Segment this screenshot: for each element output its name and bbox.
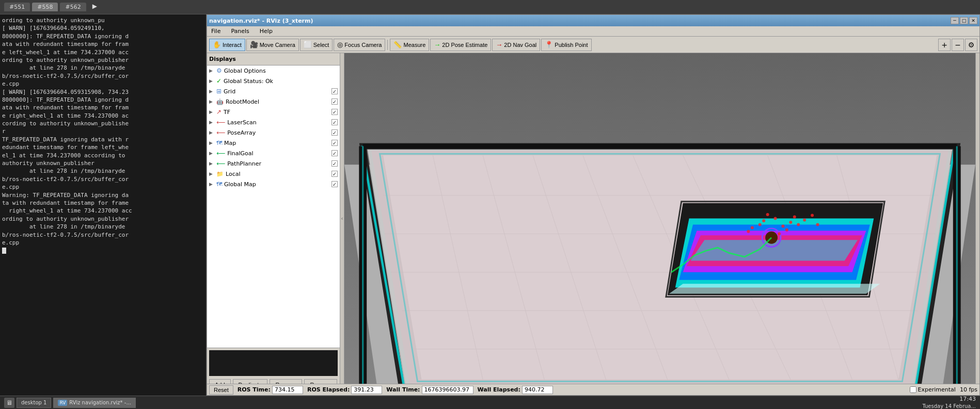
menu-file[interactable]: File <box>209 27 223 35</box>
taskbar-window-rviz[interactable]: RV RViz navigation.rviz* -... <box>53 398 136 408</box>
expand-icon[interactable]: ▶ <box>209 151 214 156</box>
panel-collapse-handle[interactable]: ‹ <box>340 53 344 384</box>
system-taskbar: 🖥 desktop 1 RV RViz navigation.rviz* -..… <box>0 396 980 409</box>
expand-icon[interactable]: ▶ <box>209 182 214 187</box>
select-button[interactable]: ⬜ Select <box>300 39 333 51</box>
display-item-global-status[interactable]: ▶ ✓ Global Status: Ok <box>207 76 340 86</box>
scene-svg <box>344 53 975 384</box>
display-name-pathplanner: PathPlanner <box>227 160 329 167</box>
add-display-button[interactable]: Add <box>209 379 231 384</box>
robotmodel-checkbox[interactable]: ✓ <box>331 99 338 105</box>
displays-list[interactable]: ▶ ⚙ Global Options ▶ ✓ Global Status: Ok… <box>207 66 340 348</box>
wall-elapsed-value: 940.72 <box>522 386 553 394</box>
tf-icon: ↗ <box>216 108 222 116</box>
local-icon: 📁 <box>216 171 224 177</box>
interact-button[interactable]: ✋ Interact <box>209 39 245 51</box>
wall-time-label: Wall Time: <box>386 386 420 393</box>
move-camera-icon: 🎥 <box>250 41 258 48</box>
terminal-tab-562[interactable]: #562 <box>60 3 86 11</box>
terminal-tab-551[interactable]: #551 <box>4 3 30 11</box>
expand-icon[interactable]: ▶ <box>209 99 214 104</box>
zoom-out-button[interactable]: − <box>952 39 964 51</box>
measure-button[interactable]: 📏 Measure <box>390 39 429 51</box>
expand-icon[interactable]: ▶ <box>209 89 214 94</box>
pose-estimate-button[interactable]: → 2D Pose Estimate <box>430 39 491 51</box>
grid-icon: ⊞ <box>216 88 222 95</box>
expand-icon[interactable]: ▶ <box>209 120 214 125</box>
tf-checkbox[interactable]: ✓ <box>331 109 338 115</box>
remove-display-button[interactable]: Remove <box>270 379 302 384</box>
taskbar-window-desktop[interactable]: desktop 1 <box>17 398 51 408</box>
menu-panels[interactable]: Panels <box>229 27 251 35</box>
svg-point-33 <box>781 224 784 227</box>
display-name-laserscan: LaserScan <box>227 119 329 126</box>
finalgoal-checkbox[interactable]: ✓ <box>331 150 338 156</box>
interact-label: Interact <box>223 42 242 48</box>
displays-header: Displays <box>207 53 340 66</box>
pose-estimate-label: 2D Pose Estimate <box>442 42 487 48</box>
display-item-global-options[interactable]: ▶ ⚙ Global Options <box>207 66 340 76</box>
measure-label: Measure <box>403 42 425 48</box>
expand-icon[interactable]: ▶ <box>209 161 214 166</box>
svg-point-39 <box>778 232 781 235</box>
grid-checkbox[interactable]: ✓ <box>331 88 338 94</box>
rename-display-button[interactable]: Rename <box>304 379 337 384</box>
focus-camera-button[interactable]: ◎ Focus Camera <box>334 39 385 51</box>
experimental-checkbox[interactable] <box>910 386 916 393</box>
ros-time-value: 734.15 <box>272 386 303 394</box>
nav-goal-button[interactable]: → 2D Nav Goal <box>492 39 540 51</box>
publish-point-button[interactable]: 📍 Publish Point <box>541 39 591 51</box>
wall-time-field: Wall Time: 1676396603.97 <box>386 386 473 394</box>
rviz-3d-viewport[interactable] <box>344 53 975 384</box>
display-item-tf[interactable]: ▶ ↗ TF ✓ <box>207 107 340 117</box>
posearray-checkbox[interactable]: ✓ <box>331 129 338 136</box>
maximize-button[interactable]: □ <box>960 17 968 24</box>
display-item-grid[interactable]: ▶ ⊞ Grid ✓ <box>207 86 340 96</box>
display-item-finalgoal[interactable]: ▶ ⟵ FinalGoal ✓ <box>207 148 340 158</box>
expand-icon[interactable]: ▶ <box>209 78 214 84</box>
display-item-map[interactable]: ▶ 🗺 Map ✓ <box>207 138 340 148</box>
display-item-local[interactable]: ▶ 📁 Local ✓ <box>207 169 340 179</box>
close-button[interactable]: ✕ <box>969 17 977 24</box>
expand-icon[interactable]: ▶ <box>209 171 214 176</box>
display-item-robotmodel[interactable]: ▶ 🤖 RobotModel ✓ <box>207 96 340 107</box>
display-item-posearray[interactable]: ▶ ⟵ PoseArray ✓ <box>207 127 340 138</box>
local-checkbox[interactable]: ✓ <box>331 171 338 177</box>
terminal-tab-558[interactable]: #558 <box>32 3 58 11</box>
displays-buttons: Add Duplicate Remove Rename <box>207 378 340 384</box>
global-status-icon: ✓ <box>216 77 222 85</box>
minimize-button[interactable]: ─ <box>951 17 959 24</box>
reset-button[interactable]: Reset <box>209 385 233 395</box>
svg-point-41 <box>803 219 806 222</box>
rviz-window-title: navigation.rviz* - RViz (3_xterm) <box>209 18 313 24</box>
more-tabs-button[interactable]: ▶ <box>88 3 101 11</box>
robotmodel-icon: 🤖 <box>216 99 224 105</box>
expand-icon[interactable]: ▶ <box>209 109 214 114</box>
pose-estimate-icon: → <box>434 41 440 48</box>
laserscan-checkbox[interactable]: ✓ <box>331 119 338 125</box>
menu-help[interactable]: Help <box>258 27 275 35</box>
zoom-in-button[interactable]: + <box>938 39 951 51</box>
duplicate-display-button[interactable]: Duplicate <box>233 379 268 384</box>
measure-icon: 📏 <box>393 41 402 48</box>
move-camera-button[interactable]: 🎥 Move Camera <box>246 39 299 51</box>
taskbar-rviz-label: RViz navigation.rviz* -... <box>69 400 131 405</box>
settings-button[interactable]: ⚙ <box>965 39 977 51</box>
experimental-checkbox-area[interactable]: Experimental <box>910 386 956 393</box>
svg-point-43 <box>758 223 762 226</box>
expand-icon[interactable]: ▶ <box>209 130 214 135</box>
display-name-global-options: Global Options <box>224 68 338 74</box>
display-item-laserscan[interactable]: ▶ ⟵ LaserScan ✓ <box>207 117 340 127</box>
display-item-pathplanner[interactable]: ▶ ⟵ PathPlanner ✓ <box>207 158 340 169</box>
display-item-globalmap[interactable]: ▶ 🗺 Global Map ✓ <box>207 179 340 189</box>
main-row: ording to authority unknown_pu [ WARN] [… <box>0 14 980 396</box>
expand-icon[interactable]: ▶ <box>209 140 214 145</box>
map-checkbox[interactable]: ✓ <box>331 140 338 146</box>
globalmap-checkbox[interactable]: ✓ <box>331 181 338 187</box>
taskbar-app-icon[interactable]: 🖥 <box>4 398 14 408</box>
display-name-local: Local <box>226 171 329 177</box>
rviz-right-scrollbar[interactable] <box>975 53 979 384</box>
rviz-menubar: File Panels Help <box>207 26 979 37</box>
expand-icon[interactable]: ▶ <box>209 68 214 73</box>
pathplanner-checkbox[interactable]: ✓ <box>331 160 338 167</box>
